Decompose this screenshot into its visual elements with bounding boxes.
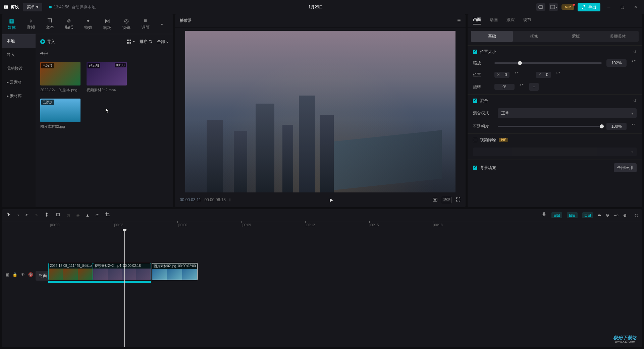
- x-stepper[interactable]: ▲▼: [514, 71, 520, 78]
- undo-icon[interactable]: ↶: [25, 213, 29, 218]
- media-tab-2[interactable]: TI文本: [40, 14, 59, 34]
- export-button[interactable]: 导出: [578, 3, 600, 11]
- inspector-subtab-3[interactable]: 美颜美体: [597, 31, 639, 42]
- media-tab-3[interactable]: ☺贴纸: [59, 14, 78, 34]
- vip-badge[interactable]: VIP: [561, 4, 574, 10]
- position-size-toggle[interactable]: [473, 50, 477, 54]
- media-thumb[interactable]: 已添加 2022-12-…9_副本.png: [40, 62, 80, 93]
- player-menu-icon[interactable]: ☰: [457, 18, 461, 23]
- media-thumb[interactable]: 已添加 00:03 视频素材2~2.mp4: [87, 62, 127, 93]
- sidebar-item-0[interactable]: 本地: [2, 34, 36, 48]
- split-icon[interactable]: [44, 212, 49, 218]
- scale-stepper[interactable]: ▲▼: [631, 60, 637, 66]
- chevron-down-icon: ▾: [631, 111, 633, 116]
- y-stepper[interactable]: ▲▼: [556, 71, 561, 78]
- snap-main-button[interactable]: ⊟⊡: [551, 212, 562, 218]
- view-mode-button[interactable]: ▾: [126, 39, 135, 45]
- track-toggle-icon[interactable]: ▣: [5, 272, 9, 277]
- rotate-tool-icon[interactable]: ⟳: [96, 213, 99, 218]
- rotate-input[interactable]: 0°: [494, 84, 515, 90]
- sidebar-item-3[interactable]: ▸ 云素材: [2, 75, 36, 89]
- inspector-tab-3[interactable]: 调节: [523, 17, 531, 24]
- position-y-input[interactable]: Y 0: [536, 72, 551, 78]
- apply-all-button[interactable]: 全部应用: [614, 163, 637, 172]
- mic-icon[interactable]: [541, 212, 547, 218]
- minimize-icon[interactable]: ─: [604, 3, 614, 11]
- reset-icon[interactable]: ↺: [633, 50, 637, 54]
- denoise-toggle[interactable]: [473, 138, 477, 142]
- layout-icon[interactable]: ▾: [549, 3, 558, 11]
- scale-slider[interactable]: [494, 62, 602, 64]
- close-icon[interactable]: ✕: [631, 3, 641, 11]
- expand-tabs-icon[interactable]: »: [155, 14, 168, 34]
- zoom-out-icon[interactable]: ⊖: [606, 213, 609, 218]
- svg-point-9: [434, 199, 436, 200]
- sidebar-item-2[interactable]: 我的预设: [2, 62, 36, 75]
- inspector-subtab-0[interactable]: 基础: [471, 31, 513, 42]
- opacity-stepper[interactable]: ▲▼: [631, 123, 637, 130]
- zoom-in-icon[interactable]: ⊕: [623, 213, 627, 218]
- track-visible-icon[interactable]: 👁: [21, 272, 25, 277]
- record-icon: ◉: [76, 213, 79, 218]
- media-thumb[interactable]: 已添加 图片素材02.jpg: [40, 99, 80, 129]
- track-mute-icon[interactable]: 🔇: [28, 272, 33, 277]
- position-size-label: 位置大小: [480, 49, 496, 55]
- rotate-90-button[interactable]: −: [529, 83, 539, 91]
- filter-button[interactable]: 全部 ▿: [157, 39, 168, 45]
- media-tab-6[interactable]: ◎滤镜: [117, 14, 136, 34]
- inspector-tab-1[interactable]: 动画: [490, 17, 498, 24]
- media-tab-4[interactable]: ✦特效: [78, 14, 98, 34]
- total-time: 00:00:06:18: [204, 197, 225, 202]
- bgfill-toggle[interactable]: [473, 166, 477, 170]
- svg-rect-7: [129, 42, 131, 44]
- track-lock-icon[interactable]: 🔒: [12, 272, 17, 277]
- inspector-tab-2[interactable]: 跟踪: [506, 17, 515, 24]
- snapshot-icon[interactable]: [432, 197, 438, 203]
- main-menu-button[interactable]: 菜单 ▾: [23, 3, 42, 11]
- sort-button[interactable]: 排序 ⇅: [140, 39, 152, 45]
- player-viewport[interactable]: [185, 31, 455, 192]
- scale-value[interactable]: 102%: [606, 59, 627, 67]
- import-button[interactable]: + 导入: [40, 39, 55, 45]
- opacity-slider[interactable]: [498, 126, 602, 127]
- sidebar-item-4[interactable]: ▸ 素材库: [2, 89, 36, 103]
- align-icon[interactable]: ⇹: [598, 213, 601, 218]
- crop-icon[interactable]: [105, 212, 110, 218]
- zoom-slider-icon[interactable]: ━○: [614, 213, 619, 218]
- rotate-stepper[interactable]: ▲▼: [519, 83, 525, 90]
- inspector-tab-0[interactable]: 画面: [473, 17, 481, 24]
- timeline-clip[interactable]: 2022-12-08_111449_副本.png 00:: [48, 263, 93, 280]
- media-tab-0[interactable]: ▦媒体: [2, 14, 21, 34]
- sidebar-item-1[interactable]: 导入: [2, 48, 36, 62]
- media-tab-1[interactable]: ♪音频: [21, 14, 40, 34]
- inspector-subtab-2[interactable]: 蒙版: [555, 31, 597, 42]
- media-tab-5[interactable]: ⋈转场: [98, 14, 117, 34]
- shortcuts-icon[interactable]: [536, 3, 545, 11]
- timeline-clip[interactable]: 视频素材2~2.mp4 00:00:02:18: [93, 263, 151, 280]
- maximize-icon[interactable]: ▢: [617, 3, 627, 11]
- snap-preview-button[interactable]: ⊡⊟: [582, 212, 593, 218]
- blend-toggle[interactable]: [473, 99, 477, 103]
- ruler-tick: |00:15: [370, 223, 379, 227]
- fullscreen-icon[interactable]: [455, 197, 461, 203]
- reset-icon[interactable]: ↺: [633, 99, 637, 103]
- inspector-subtab-1[interactable]: 抠像: [513, 31, 555, 42]
- aspect-ratio-button[interactable]: 16:9: [442, 197, 451, 203]
- thumb-badge: 已添加: [88, 63, 100, 68]
- opacity-value[interactable]: 100%: [606, 123, 627, 130]
- position-x-input[interactable]: X 0: [494, 72, 509, 78]
- snap-link-button[interactable]: ⊟⊟: [567, 212, 578, 218]
- timeline-clip[interactable]: 图片素材02.jpg 00:00:02:00: [152, 263, 198, 280]
- blend-mode-select[interactable]: 正常▾: [498, 108, 637, 118]
- media-tab-7[interactable]: ≡调节: [136, 14, 155, 34]
- selection-tool-icon[interactable]: [6, 212, 11, 218]
- mirror-icon[interactable]: ▲: [86, 213, 90, 218]
- fit-timeline-icon[interactable]: ◎: [635, 213, 638, 218]
- play-button[interactable]: ▶: [330, 197, 333, 202]
- tab-icon: ✦: [86, 18, 90, 24]
- delete-icon[interactable]: [55, 212, 61, 218]
- ruler-tick: |00:00: [50, 223, 60, 227]
- tab-icon: TI: [47, 18, 52, 24]
- compare-icon[interactable]: ⦀: [229, 197, 231, 202]
- tool-dropdown-icon[interactable]: ▾: [17, 214, 19, 217]
